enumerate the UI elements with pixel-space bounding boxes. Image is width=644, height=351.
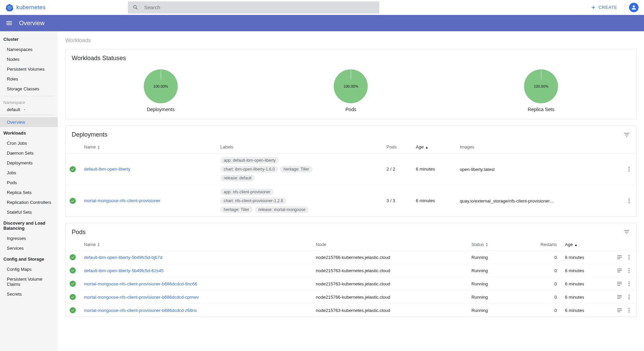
more-menu[interactable]	[626, 281, 632, 287]
col-node: Node	[312, 239, 467, 251]
sidebar-item-secrets[interactable]: Secrets	[0, 289, 58, 299]
age-value: 6 minutes	[561, 304, 612, 317]
status-ok-icon	[70, 281, 76, 287]
pod-link[interactable]: mortal-mongoose-nfs-client-provisioner-b…	[84, 308, 197, 313]
table-row: default-ibm-open-liberty app: default-ib…	[66, 153, 636, 185]
sidebar-section-discovery: Discovery and Load Balancing	[0, 217, 58, 233]
col-age[interactable]: Age▲	[561, 239, 612, 251]
col-name[interactable]: Name▲▼	[80, 239, 312, 251]
sidebar-item-jobs[interactable]: Jobs	[0, 168, 58, 178]
svg-point-4	[629, 169, 630, 170]
table-row: mortal-mongoose-nfs-client-provisioner-b…	[66, 277, 636, 291]
pod-link[interactable]: default-ibm-open-liberty-5b49fc5d-bjb7d	[84, 255, 162, 260]
sidebar-item-pvc[interactable]: Persistent Volume Claims	[0, 274, 58, 289]
search-box[interactable]	[128, 1, 379, 14]
sidebar-item-pods[interactable]: Pods	[0, 178, 58, 188]
more-menu[interactable]	[626, 198, 632, 204]
card-title-text: Pods	[72, 229, 86, 236]
sidebar-item-nodes[interactable]: Nodes	[0, 54, 58, 64]
status-ok-icon	[70, 267, 76, 274]
logs-button[interactable]	[616, 254, 623, 260]
label-chip: heritage: Tiller	[220, 206, 253, 213]
sidebar-item-roles[interactable]: Roles	[0, 74, 58, 84]
deployment-link[interactable]: default-ibm-open-liberty	[84, 166, 130, 172]
sidebar-item-services[interactable]: Services	[0, 243, 58, 253]
more-menu[interactable]	[626, 267, 632, 274]
status-value: Running	[467, 304, 515, 317]
pod-link[interactable]: mortal-mongoose-nfs-client-provisioner-b…	[84, 295, 199, 300]
user-menu[interactable]	[629, 3, 639, 12]
deployment-link[interactable]: mortal-mongoose-nfs-client-provisioner	[84, 198, 160, 203]
more-menu[interactable]	[626, 166, 632, 172]
svg-point-14	[629, 272, 630, 273]
status-ok-icon	[70, 198, 76, 204]
logs-button[interactable]	[616, 294, 623, 300]
node-value: node215766-kubernetes.jelastic.cloud	[312, 291, 467, 304]
create-button[interactable]: CREATE	[587, 2, 621, 13]
sidebar-item-storage-classes[interactable]: Storage Classes	[0, 84, 58, 94]
pod-link[interactable]: mortal-mongoose-nfs-client-provisioner-b…	[84, 281, 197, 286]
more-menu[interactable]	[626, 254, 632, 260]
secondary-bar: Overview	[0, 15, 644, 31]
sidebar-item-replicasets[interactable]: Replica Sets	[0, 188, 58, 197]
status-replicasets: 100.00% Replica Sets	[524, 69, 558, 112]
filter-button[interactable]	[623, 131, 630, 138]
donut-chart: 100.00%	[524, 69, 558, 103]
status-label: Pods	[346, 107, 356, 112]
kubernetes-logo-icon	[5, 3, 14, 12]
label-chip: app: nfs-client-provisioner	[220, 189, 274, 195]
sidebar-item-statefulsets[interactable]: Stateful Sets	[0, 207, 58, 217]
col-age[interactable]: Age▲	[412, 141, 456, 153]
logo-area[interactable]: kubernetes	[5, 3, 128, 12]
logs-button[interactable]	[616, 281, 623, 287]
status-ok-icon	[70, 166, 76, 172]
sidebar-item-configmaps[interactable]: Config Maps	[0, 264, 58, 274]
sidebar-item-cronjobs[interactable]: Cron Jobs	[0, 138, 58, 148]
logs-button[interactable]	[616, 267, 623, 274]
status-ok-icon	[70, 307, 76, 313]
svg-point-9	[629, 255, 630, 256]
logs-button[interactable]	[616, 307, 623, 313]
node-value: node215763-kubernetes.jelastic.cloud	[312, 304, 467, 317]
svg-point-16	[629, 283, 630, 284]
donut-percent: 100.00%	[344, 84, 358, 88]
restarts-value: 0	[515, 304, 561, 317]
sidebar-item-namespaces[interactable]: Namespaces	[0, 45, 58, 54]
namespace-selector[interactable]: default	[0, 106, 54, 115]
sidebar-item-replication-controllers[interactable]: Replication Controllers	[0, 197, 58, 207]
card-title-text: Deployments	[72, 131, 107, 138]
label-chip: app: default-ibm-open-liberty	[220, 157, 279, 164]
pod-link[interactable]: default-ibm-open-liberty-5b49fc5d-62s45	[84, 268, 163, 273]
hamburger-menu[interactable]	[4, 18, 14, 28]
sidebar-item-ingresses[interactable]: Ingresses	[0, 233, 58, 243]
col-restarts: Restarts	[515, 239, 561, 251]
topbar: kubernetes CREATE	[0, 0, 644, 15]
sidebar-item-overview[interactable]: Overview	[0, 117, 58, 127]
age-value: 6 minutes	[561, 291, 612, 304]
more-menu[interactable]	[626, 307, 632, 313]
filter-button[interactable]	[623, 229, 630, 235]
donut-chart: 100.00%	[334, 69, 368, 103]
node-value: node215763-kubernetes.jelastic.cloud	[312, 264, 467, 277]
sidebar-item-persistent-volumes[interactable]: Persistent Volumes	[0, 64, 58, 74]
pods-count: 3 / 3	[382, 185, 412, 216]
search-input[interactable]	[144, 4, 375, 10]
sidebar-item-daemonsets[interactable]: Daemon Sets	[0, 148, 58, 158]
pods-card: Pods Name▲▼ Node Status▲▼ Restarts Age▲	[65, 223, 637, 317]
status-ok-icon	[70, 294, 76, 300]
divider	[625, 3, 625, 12]
sort-icon: ▲▼	[97, 145, 100, 150]
status-value: Running	[467, 251, 515, 264]
svg-point-18	[629, 295, 630, 296]
col-status[interactable]: Status▲▼	[467, 239, 515, 251]
age-value: 6 minutes	[412, 185, 456, 216]
age-value: 6 minutes	[561, 251, 612, 264]
svg-point-8	[629, 202, 630, 203]
create-label: CREATE	[598, 5, 617, 10]
sidebar-item-deployments[interactable]: Deployments	[0, 158, 58, 168]
search-icon	[133, 4, 139, 11]
col-name[interactable]: Name▲▼	[80, 141, 216, 153]
sidebar-section-cluster: Cluster	[0, 33, 58, 45]
more-menu[interactable]	[626, 294, 632, 300]
svg-point-2	[9, 7, 10, 8]
